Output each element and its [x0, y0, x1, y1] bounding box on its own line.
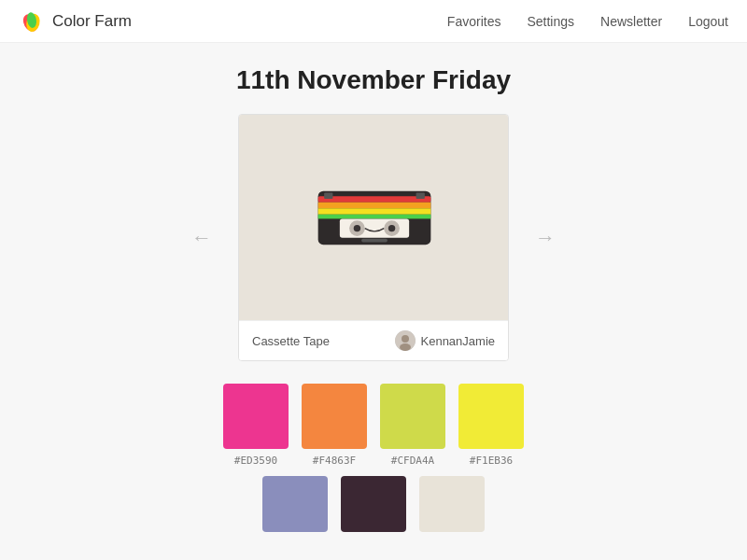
swatches-row-1: #ED3590#F4863F#CFDA4A#F1EB36	[223, 384, 524, 467]
swatch-label-1: #F4863F	[313, 455, 356, 467]
card-name: Cassette Tape	[252, 334, 330, 348]
swatch-label-0: #ED3590	[234, 455, 277, 467]
swatch2-color-2[interactable]	[419, 476, 485, 532]
swatch-item-3[interactable]: #F1EB36	[458, 384, 524, 467]
page-title: 11th November Friday	[236, 65, 511, 95]
swatch-label-2: #CFDA4A	[391, 455, 434, 467]
nav-settings[interactable]: Settings	[527, 14, 574, 29]
card-footer: Cassette Tape KennanJamie	[239, 320, 508, 360]
svg-rect-15	[361, 239, 388, 243]
card-area: ←	[184, 114, 563, 361]
nav-logout[interactable]: Logout	[688, 14, 728, 29]
svg-point-12	[388, 225, 395, 231]
svg-rect-7	[318, 215, 431, 219]
swatch-label-3: #F1EB36	[470, 455, 513, 467]
prev-button[interactable]: ←	[184, 220, 219, 256]
logo: Color Farm	[19, 8, 132, 35]
author-name: KennanJamie	[421, 334, 496, 348]
logo-text: Color Farm	[52, 12, 132, 31]
swatch-item-1[interactable]: #F4863F	[302, 384, 367, 467]
swatch-color-0[interactable]	[223, 384, 289, 449]
svg-point-10	[354, 225, 360, 231]
swatch2-color-0[interactable]	[262, 476, 328, 532]
nav-newsletter[interactable]: Newsletter	[600, 14, 662, 29]
svg-rect-14	[416, 193, 425, 200]
swatches-row-2	[262, 476, 485, 532]
cassette-icon	[314, 180, 435, 255]
svg-point-17	[402, 335, 409, 343]
svg-point-18	[400, 343, 411, 351]
swatch-item-2[interactable]: #CFDA4A	[380, 384, 445, 467]
avatar	[395, 330, 416, 351]
swatch2-color-1[interactable]	[341, 476, 406, 532]
swatch-color-2[interactable]	[380, 384, 445, 449]
swatch-color-3[interactable]	[458, 384, 524, 449]
swatch-color-1[interactable]	[302, 384, 367, 449]
swatch-item-0[interactable]: #ED3590	[223, 384, 289, 467]
next-button[interactable]: →	[528, 220, 563, 256]
logo-icon	[19, 8, 45, 35]
svg-rect-13	[324, 193, 332, 200]
palette-card: Cassette Tape KennanJamie	[238, 114, 509, 361]
card-image	[239, 115, 509, 320]
author-area: KennanJamie	[395, 330, 496, 351]
svg-rect-4	[318, 196, 431, 203]
nav-favorites[interactable]: Favorites	[447, 14, 501, 29]
nav: Favorites Settings Newsletter Logout	[447, 14, 728, 29]
svg-rect-5	[318, 203, 431, 209]
svg-rect-6	[318, 208, 431, 215]
